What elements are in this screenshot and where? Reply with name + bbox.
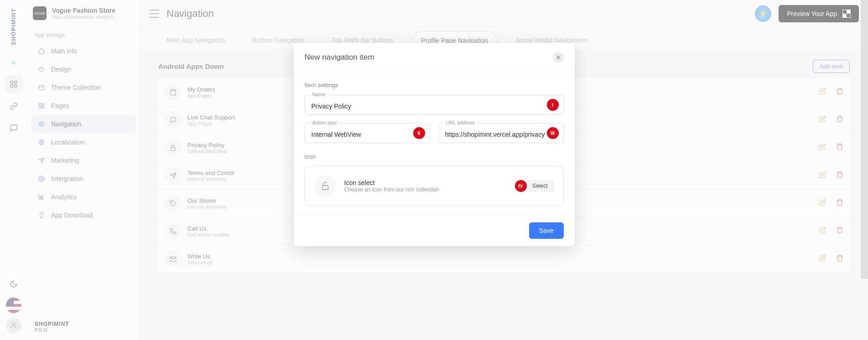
modal-overlay[interactable]: New navigation item ✕ Item settings Name…	[0, 0, 868, 340]
url-field[interactable]: URL address https://shopimint.vercel.app…	[438, 123, 564, 143]
action-value: Internal WebView	[312, 131, 423, 138]
new-nav-item-modal: New navigation item ✕ Item settings Name…	[294, 43, 575, 246]
icon-select-title: Icon select	[344, 179, 518, 186]
icon-section-label: Icon	[305, 153, 564, 160]
name-value: Privacy Policy	[312, 103, 557, 110]
marker-three: III	[547, 127, 559, 139]
select-icon-button[interactable]: Select	[526, 180, 554, 192]
name-field[interactable]: Name Privacy Policy I	[305, 95, 564, 115]
url-value: https://shopimint.vercel.app/privacy	[445, 131, 557, 138]
marker-one: I	[547, 99, 559, 111]
icon-select-sub: Choose an icon from our rich collection	[344, 186, 518, 193]
name-label: Name	[311, 92, 327, 97]
action-label: Action type	[311, 120, 339, 125]
lock-open-icon	[314, 175, 336, 197]
modal-title: New navigation item	[305, 53, 374, 62]
svg-rect-22	[322, 185, 328, 190]
save-button[interactable]: Save	[529, 222, 564, 239]
url-label: URL address	[444, 120, 477, 125]
marker-four: IV	[515, 180, 527, 192]
marker-two: II	[413, 127, 425, 139]
item-settings-label: Item settings	[305, 82, 564, 88]
icon-select-box: Icon select Choose an icon from our rich…	[305, 166, 564, 206]
close-icon[interactable]: ✕	[553, 52, 564, 63]
action-type-field[interactable]: Action type Internal WebView II	[305, 123, 430, 143]
